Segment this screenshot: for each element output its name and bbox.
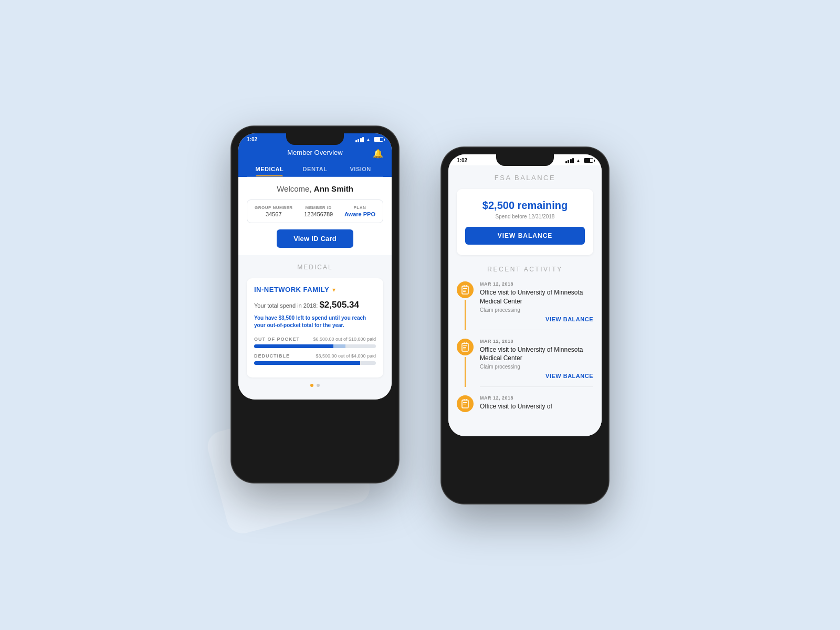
dot-1[interactable] <box>310 384 313 387</box>
deductible-header: DEDUCTIBLE $3,500.00 out of $4,000 paid <box>254 353 376 359</box>
phone-2: 1:02 ▲ FSA BAL <box>441 147 609 504</box>
activity-status-1: Claim processing <box>480 307 593 313</box>
chevron-down-icon[interactable]: ▾ <box>332 286 335 293</box>
activity-timeline-3 <box>457 395 474 419</box>
medical-section-label: MEDICAL <box>247 264 383 271</box>
group-number-item: GROUP NUMBER 34567 <box>255 205 293 217</box>
phone1-title-bar: Member Overview 🔔 <box>247 149 383 162</box>
member-id-item: MEMBER ID 123456789 <box>304 205 333 217</box>
battery-icon-1 <box>374 137 383 142</box>
plan-value: Aware PPO <box>344 211 375 217</box>
svg-rect-9 <box>463 349 466 349</box>
activity-icon-1 <box>457 281 474 298</box>
wifi-icon-1: ▲ <box>366 137 371 142</box>
out-of-pocket-section: OUT OF POCKET $6,500.00 out of $10,000 p… <box>254 337 376 348</box>
scene: 1:02 ▲ Member <box>189 94 651 536</box>
out-of-pocket-bar <box>254 344 376 348</box>
view-balance-button[interactable]: VIEW BALANCE <box>465 227 585 245</box>
svg-rect-10 <box>464 342 465 344</box>
phone-2-screen: 1:02 ▲ FSA BAL <box>448 154 602 436</box>
phone1-body: Welcome, Ann Smith GROUP NUMBER 34567 ME… <box>238 177 392 400</box>
phone-1: 1:02 ▲ Member <box>231 126 399 483</box>
svg-rect-15 <box>464 399 465 401</box>
status-icons-1: ▲ <box>355 137 383 142</box>
notch-1 <box>286 133 344 145</box>
activity-date-2: Mar 12, 2018 <box>480 339 593 344</box>
activity-icon-2 <box>457 339 474 355</box>
activity-item-2: Mar 12, 2018 Office visit to University … <box>457 339 593 396</box>
tab-dental[interactable]: DENTAL <box>292 162 338 176</box>
group-number-label: GROUP NUMBER <box>255 205 293 210</box>
activity-timeline-1 <box>457 281 474 330</box>
network-title: IN-NETWORK FAMILY <box>254 286 329 293</box>
deductible-bar <box>254 361 376 365</box>
welcome-text: Welcome, Ann Smith <box>247 184 383 193</box>
activity-link-1[interactable]: VIEW BALANCE <box>480 316 593 322</box>
out-of-pocket-header: OUT OF POCKET $6,500.00 out of $10,000 p… <box>254 337 376 342</box>
activity-item-3: Mar 12, 2018 Office visit to University … <box>457 395 593 428</box>
fsa-subtitle: Spend before 12/31/2018 <box>465 214 585 219</box>
spend-note-amount: $3,500 <box>279 315 295 321</box>
deductible-fill <box>254 361 376 365</box>
activity-status-2: Claim processing <box>480 364 593 370</box>
notification-icon[interactable]: 🔔 <box>373 149 383 159</box>
member-id-label: MEMBER ID <box>304 205 333 210</box>
status-time-1: 1:02 <box>247 136 257 142</box>
medical-section: MEDICAL IN-NETWORK FAMILY ▾ Your total s… <box>238 255 392 400</box>
status-bar-1: 1:02 ▲ <box>238 133 392 144</box>
tab-vision[interactable]: VISION <box>338 162 383 176</box>
notch-2 <box>496 154 554 166</box>
activity-list: Mar 12, 2018 Office visit to University … <box>457 281 593 428</box>
signal-bars-2 <box>565 158 574 163</box>
status-bar-2: 1:02 ▲ <box>448 154 602 165</box>
dot-2[interactable] <box>317 384 320 387</box>
spend-total: Your total spend in 2018: $2,505.34 <box>254 300 376 310</box>
activity-desc-1: Office visit to University of Minnesota … <box>480 288 593 306</box>
welcome-section: Welcome, Ann Smith GROUP NUMBER 34567 ME… <box>238 177 392 255</box>
phone-1-screen: 1:02 ▲ Member <box>238 133 392 400</box>
plan-item: PLAN Aware PPO <box>344 205 375 217</box>
fsa-amount: $2,500 remaining <box>465 200 585 212</box>
spend-amount: $2,505.34 <box>319 300 359 310</box>
out-of-pocket-value: $6,500.00 out of $10,000 paid <box>313 337 376 342</box>
status-time-2: 1:02 <box>457 158 467 163</box>
svg-rect-14 <box>463 404 466 404</box>
member-id-value: 123456789 <box>304 211 333 217</box>
signal-bars-1 <box>355 137 364 142</box>
plan-label: PLAN <box>344 205 375 210</box>
svg-rect-3 <box>463 291 466 292</box>
svg-rect-8 <box>463 347 466 348</box>
deductible-value: $3,500.00 out of $4,000 paid <box>316 353 376 359</box>
view-id-card-button[interactable]: View ID Card <box>277 229 353 248</box>
spend-note: You have $3,500 left to spend until you … <box>254 314 376 329</box>
tab-medical[interactable]: MEDICAL <box>247 162 292 176</box>
member-name: Ann Smith <box>314 184 353 193</box>
timeline-line-2 <box>465 357 466 387</box>
activity-desc-2: Office visit to University of Minnesota … <box>480 345 593 363</box>
svg-rect-5 <box>466 285 467 287</box>
activity-content-1: Mar 12, 2018 Office visit to University … <box>480 281 593 330</box>
svg-rect-7 <box>463 345 467 346</box>
group-number-value: 34567 <box>255 211 293 217</box>
timeline-line-1 <box>465 300 466 330</box>
activity-icon-3 <box>457 395 474 412</box>
activity-content-3: Mar 12, 2018 Office visit to University … <box>480 395 593 419</box>
svg-rect-16 <box>466 399 467 401</box>
status-icons-2: ▲ <box>565 158 593 163</box>
battery-icon-2 <box>584 158 593 163</box>
fsa-card: $2,500 remaining Spend before 12/31/2018… <box>457 189 593 255</box>
deductible-label: DEDUCTIBLE <box>254 353 290 359</box>
activity-timeline-2 <box>457 339 474 387</box>
activity-link-2[interactable]: VIEW BALANCE <box>480 373 593 379</box>
activity-date-1: Mar 12, 2018 <box>480 281 593 287</box>
coverage-card: IN-NETWORK FAMILY ▾ Your total spend in … <box>247 278 383 377</box>
tab-bar: MEDICAL DENTAL VISION <box>247 162 383 177</box>
svg-rect-2 <box>463 290 466 290</box>
activity-content-2: Mar 12, 2018 Office visit to University … <box>480 339 593 387</box>
svg-rect-11 <box>466 342 467 344</box>
deductible-section: DEDUCTIBLE $3,500.00 out of $4,000 paid <box>254 353 376 365</box>
phone2-body: FSA BALANCE $2,500 remaining Spend befor… <box>448 165 602 436</box>
svg-rect-13 <box>463 402 467 403</box>
activity-date-3: Mar 12, 2018 <box>480 395 593 401</box>
svg-rect-4 <box>464 285 465 287</box>
